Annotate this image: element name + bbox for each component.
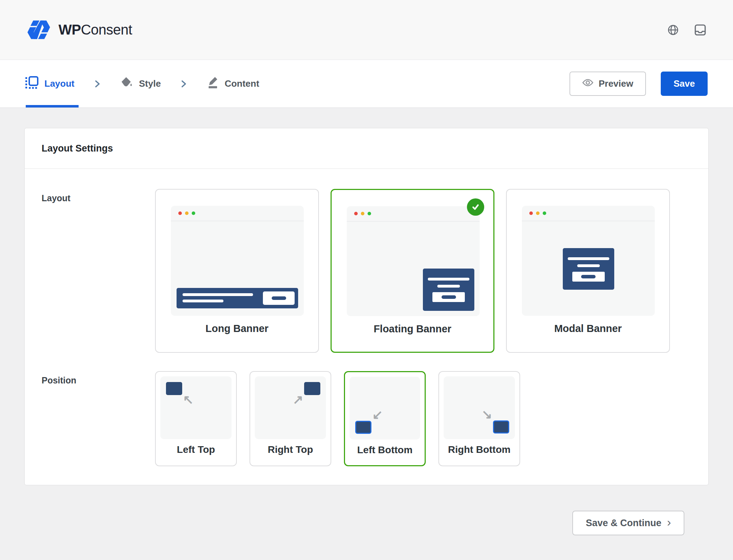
banner-rect [493,420,509,433]
tab-content[interactable]: Content [207,76,259,91]
text-line [577,264,600,267]
layout-option-floating-banner[interactable]: Floating Banner [331,189,494,353]
layout-option-label: Long Banner [156,323,318,334]
arrow-up-left-icon: ↖ [183,393,193,406]
tab-layout[interactable]: Layout [25,76,74,92]
browser-mockup-titlebar [171,206,304,221]
arrow-down-left-icon: ↙ [372,408,383,421]
browser-mockup-body [522,222,655,316]
eye-icon [582,78,593,89]
active-tab-underline [26,105,79,107]
traffic-light-red [178,211,182,215]
tab-layout-label: Layout [44,78,74,89]
app-title: WPConsent [58,22,132,38]
browser-mockup-titlebar [347,206,480,222]
button-pill [581,275,596,278]
arrow-up-right-icon: ↗ [293,393,303,406]
layout-option-label: Floating Banner [332,323,493,335]
save-continue-label: Save & Continue [586,518,661,529]
layout-field-row: Layout [42,189,691,353]
position-mockup: ↘ [444,376,515,439]
banner-rect [304,382,320,395]
main-content: Layout Settings Layout [0,108,733,535]
chevron-right-icon: › [667,515,671,529]
traffic-light-green [192,211,195,215]
save-button[interactable]: Save [661,72,708,96]
position-option-label: Left Bottom [345,444,425,456]
long-banner-preview [177,288,298,308]
floating-banner-preview [423,269,474,311]
banner-button [263,291,295,305]
text-line [568,257,609,260]
position-mockup: ↙ [350,377,420,439]
position-mockup: ↗ [255,376,326,439]
globe-icon[interactable] [667,24,679,36]
text-line [437,285,460,288]
arrow-down-right-icon: ↘ [482,408,492,421]
text-line [428,278,469,281]
position-mockup: ↖ [160,376,232,439]
traffic-light-green [543,211,546,215]
traffic-light-red [529,211,533,215]
app-header: WPConsent [0,0,733,60]
traffic-light-red [354,212,358,215]
pencil-icon [207,76,218,91]
traffic-light-yellow [536,211,540,215]
layout-option-modal-banner[interactable]: Modal Banner [506,189,670,353]
layout-option-long-banner[interactable]: Long Banner [155,189,319,353]
banner-rect [355,421,371,434]
button-pill [272,296,286,300]
preview-button[interactable]: Preview [569,72,646,96]
layout-field-label: Layout [42,189,155,353]
layout-icon [25,76,38,92]
selected-check-icon [467,198,484,216]
position-option-right-top[interactable]: ↗ Right Top [250,371,331,466]
browser-mockup-titlebar [522,206,655,221]
banner-button [432,292,465,302]
traffic-light-yellow [361,212,364,215]
position-option-left-top[interactable]: ↖ Left Top [155,371,237,466]
footer-actions: Save & Continue › [24,485,709,535]
paint-bucket-icon [121,77,133,91]
browser-mockup [522,206,655,316]
tab-style-label: Style [139,78,161,89]
position-field-label: Position [42,371,155,466]
layout-option-label: Modal Banner [507,323,669,334]
save-continue-button[interactable]: Save & Continue › [572,511,684,535]
chevron-right-icon [180,80,187,88]
position-option-label: Left Top [156,444,236,455]
steps-nav: Layout Style [0,60,733,108]
position-option-left-bottom[interactable]: ↙ Left Bottom [344,371,426,466]
browser-mockup [347,206,480,316]
modal-banner-preview [563,248,614,290]
tab-style[interactable]: Style [121,77,161,91]
browser-mockup-body [171,222,304,316]
position-option-label: Right Bottom [439,444,519,455]
traffic-light-yellow [185,211,189,215]
page-title: Layout Settings [42,143,113,154]
browser-mockup-body [347,222,480,316]
wpconsent-logo-icon [27,20,51,39]
layout-options: Long Banner [155,189,670,353]
browser-mockup [171,206,304,316]
text-line [183,300,223,302]
button-pill [442,295,456,299]
traffic-light-green [368,212,371,215]
chevron-right-icon [94,80,101,88]
banner-rect [166,382,182,395]
layout-settings-card: Layout Settings Layout [24,128,709,485]
wpconsent-logo: WPConsent [27,20,132,39]
position-field-row: Position ↖ Left Top ↗ [42,371,691,466]
text-line [183,293,253,296]
position-options: ↖ Left Top ↗ Right Top [155,371,520,466]
banner-button [572,272,605,282]
position-option-label: Right Top [250,444,331,455]
tab-content-label: Content [224,78,259,89]
position-option-right-bottom[interactable]: ↘ Right Bottom [438,371,520,466]
inbox-icon[interactable] [694,24,706,36]
preview-button-label: Preview [599,78,633,89]
